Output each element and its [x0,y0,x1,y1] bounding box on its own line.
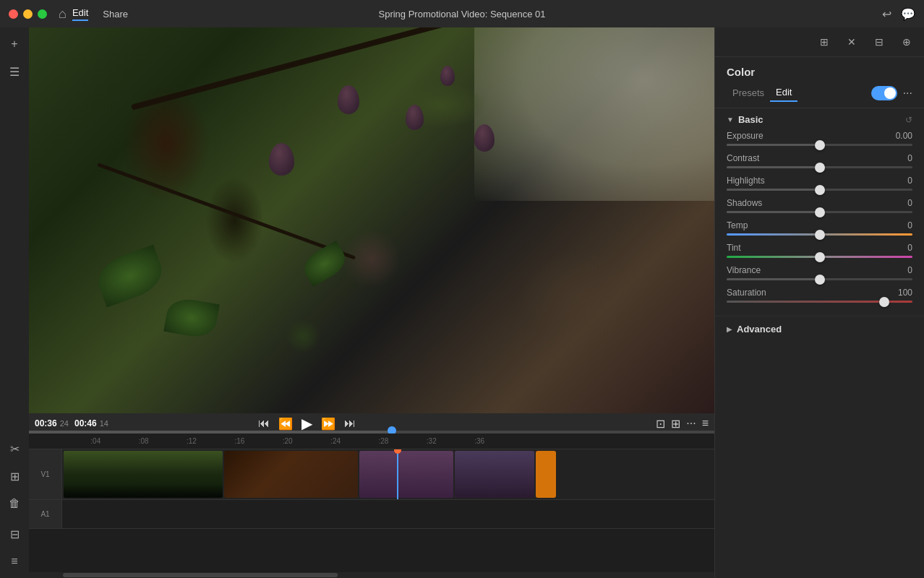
home-icon[interactable]: ⌂ [59,7,67,22]
vibrance-control: Vibrance 0 [727,265,912,280]
vibrance-slider[interactable] [727,278,912,280]
panel-icon-1[interactable]: ⊞ [814,32,834,52]
contrast-value: 0 [907,153,912,163]
total-time: 00:46 [74,418,97,428]
minimize-button[interactable] [23,9,33,19]
contrast-slider[interactable] [727,166,912,168]
timeline-tracks: V1 [29,449,714,572]
crop-icon[interactable]: ⊞ [671,417,680,431]
advanced-section: ▶ Advanced [715,316,924,342]
step-back-button[interactable]: ⏪ [278,417,293,431]
menu-bar: Edit Share [72,7,128,21]
tabs-row: Presets Edit ··· [715,84,924,108]
timecode-16: :16 [234,437,244,445]
list-icon-2[interactable]: ≡ [4,551,25,572]
timecode-24: :24 [330,437,341,445]
total-frames: 14 [100,419,108,428]
skip-back-button[interactable]: ⏮ [258,417,270,430]
video-track-label: V1 [29,449,62,499]
current-time: 00:36 [35,418,57,428]
right-panel: ⊞ ✕ ⊟ ⊕ Color Presets Edit ··· ▼ Basic ↺ [714,27,924,578]
titlebar: ⌂ Edit Share Spring Promotional Video: S… [0,0,924,27]
exposure-label: Exposure [727,131,763,141]
cut-icon[interactable]: ✂ [4,438,25,460]
panel-icon-2[interactable]: ✕ [842,32,862,52]
color-panel-title: Color [715,57,924,84]
fx-icon[interactable]: ⊞ [4,465,25,487]
timecode-36: :36 [474,437,484,445]
saturation-slider[interactable] [727,301,912,303]
more-options-button[interactable]: ··· [903,87,912,100]
basic-section-title: Basic [738,114,763,125]
video-track-content [62,449,714,499]
speech-icon[interactable]: 💬 [901,7,915,21]
play-button[interactable]: ▶ [301,415,312,432]
add-button[interactable]: + [4,33,25,55]
undo-icon[interactable]: ↩ [879,7,894,21]
shadows-control: Shadows 0 [727,198,912,213]
timecode-04: :04 [90,437,100,445]
clip-cherry[interactable] [359,451,453,498]
bud-3 [440,66,455,86]
basic-section-toggle[interactable]: ▼ [727,116,734,124]
panel-icon-3[interactable]: ⊟ [869,32,889,52]
tint-label: Tint [727,243,741,253]
timeline-scrollbar[interactable] [29,572,714,578]
menu-share[interactable]: Share [103,9,128,20]
tint-control: Tint 0 [727,243,912,258]
more-options-icon[interactable]: ··· [686,417,696,430]
step-forward-button[interactable]: ⏩ [321,417,335,431]
titlebar-right: ↩ 💬 [879,7,915,21]
highlights-control: Highlights 0 [727,176,912,191]
fullscreen-button[interactable] [38,9,47,19]
timeline-area: :04 :08 :12 :16 :20 :24 :28 :32 :36 V1 [29,434,714,578]
advanced-section-header[interactable]: ▶ Advanced [727,324,912,335]
temp-control: Temp 0 [727,220,912,236]
collapse-icon[interactable]: ≡ [702,417,709,430]
center-area: 00:36 24 00:46 14 ⏮ ⏪ ▶ ⏩ ⏭ ⊡ ⊞ ··· ≡ [29,27,714,578]
temp-value: 0 [907,220,912,230]
saturation-label: Saturation [727,288,766,298]
temp-slider[interactable] [727,233,912,236]
playback-bar: 00:36 24 00:46 14 ⏮ ⏪ ▶ ⏩ ⏭ ⊡ ⊞ ··· ≡ [29,413,714,434]
clip-cherry2[interactable] [455,451,534,498]
tint-slider[interactable] [727,256,912,258]
plant-overlay [29,27,714,413]
timecode-08: :08 [139,437,149,445]
trash-icon[interactable]: 🗑 [4,493,25,514]
timecode-12: :12 [187,437,197,445]
tab-presets[interactable]: Presets [727,85,770,101]
video-track: V1 [29,449,714,500]
color-toggle[interactable] [871,86,897,100]
saturation-value: 100 [898,288,912,298]
shadows-slider[interactable] [727,211,912,213]
bud-1 [338,85,359,114]
fit-to-window-icon[interactable]: ⊡ [656,417,665,431]
clip-macro[interactable] [224,451,358,498]
skip-forward-button[interactable]: ⏭ [344,417,356,430]
menu-edit[interactable]: Edit [72,7,88,21]
timecode-28: :28 [378,437,388,445]
clip-orange[interactable] [536,451,556,498]
timeline-icon[interactable]: ⊟ [4,523,25,545]
tint-value: 0 [907,243,912,253]
exposure-slider[interactable] [727,144,912,146]
highlights-slider[interactable] [727,189,912,191]
video-clips [62,449,714,499]
panel-icon-4[interactable]: ⊕ [897,32,917,52]
scrollbar-thumb[interactable] [63,573,337,577]
timeline-playhead [397,449,398,499]
exposure-control: Exposure 0.00 [727,131,912,146]
audio-track-label: A1 [29,500,62,528]
list-icon[interactable]: ☰ [4,61,25,82]
vibrance-value: 0 [907,265,912,275]
timeline-timecodes: :04 :08 :12 :16 :20 :24 :28 :32 :36 [29,434,714,449]
current-frames: 24 [60,419,69,428]
toggle-knob [884,87,896,99]
close-button[interactable] [9,9,18,19]
video-frame [29,27,714,413]
contrast-control: Contrast 0 [727,153,912,168]
tab-edit[interactable]: Edit [770,84,797,102]
basic-section-reset[interactable]: ↺ [905,115,912,125]
clip-landscape[interactable] [64,451,223,498]
